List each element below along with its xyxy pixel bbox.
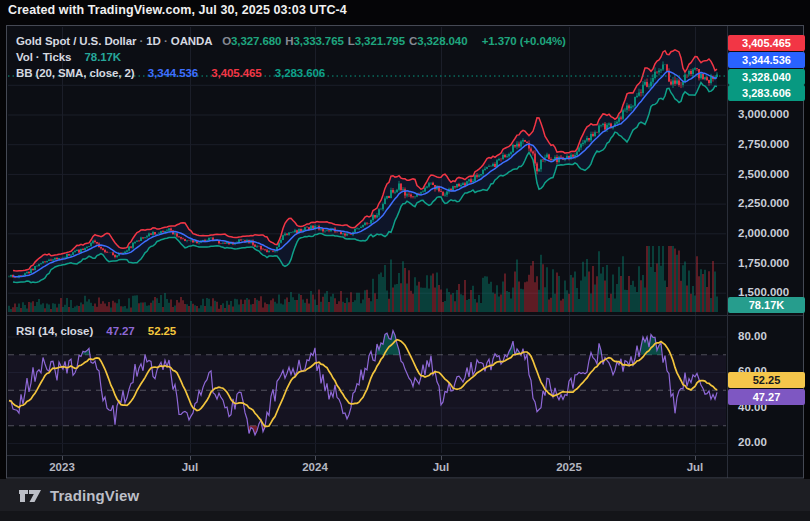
price-axis-label: 3,000.000 — [738, 108, 789, 120]
ohlc-value: 3,328.040 — [417, 35, 467, 47]
ohlc-values: O3,327.680H3,333.765L3,321.795C3,328.040 — [222, 35, 471, 47]
ohlc-key: H — [285, 35, 293, 47]
price-axis-badge: 78.17K — [728, 297, 805, 313]
time-axis-label: Jul — [433, 461, 450, 473]
rsi-value: 47.27 — [106, 325, 134, 337]
volume-legend-row[interactable]: Vol · Ticks 78.17K — [16, 49, 566, 65]
symbol-legend-row[interactable]: Gold Spot / U.S. Dollar · 1D · OANDA O3,… — [16, 33, 566, 49]
time-axis-label: 2024 — [302, 461, 328, 473]
price-axis-label: 80.00 — [738, 330, 767, 342]
price-axis-badge: 3,328.040 — [728, 69, 805, 85]
time-axis-label: Jul — [687, 461, 704, 473]
price-axis-label: 2,500.000 — [738, 168, 789, 180]
price-axis-label: 2,000.000 — [738, 227, 789, 239]
tradingview-brand[interactable]: TradingView — [50, 487, 139, 504]
price-axis-badge: 3,405.465 — [728, 35, 805, 51]
interval-label[interactable]: 1D — [146, 35, 161, 47]
time-axis[interactable]: 2023Jul2024Jul2025Jul — [0, 455, 810, 479]
price-axis-label: 2,250.000 — [738, 197, 789, 209]
price-axis-badge: 52.25 — [728, 372, 805, 388]
volume-value: 78.17K — [85, 51, 121, 63]
price-axis-badge: 47.27 — [728, 389, 805, 405]
bb-basis-value: 3,344.536 — [148, 67, 198, 79]
ohlc-value: 3,327.680 — [231, 35, 281, 47]
price-axis[interactable]: 3,000.0002,750.0002,500.0002,250.0002,00… — [727, 25, 810, 455]
main-legend: Gold Spot / U.S. Dollar · 1D · OANDA O3,… — [16, 33, 566, 81]
bb-legend-row[interactable]: BB (20, SMA, close, 2) 3,344.536 3,405.4… — [16, 65, 566, 81]
tradingview-logo-icon[interactable] — [17, 486, 43, 504]
rsi-legend[interactable]: RSI (14, close) 47.27 52.25 — [16, 323, 176, 339]
bb-label: BB (20, SMA, close, 2) — [16, 67, 135, 79]
price-axis-label: 2,750.000 — [738, 138, 789, 150]
exchange-label: OANDA — [171, 35, 212, 47]
time-axis-label: 2023 — [49, 461, 75, 473]
rsi-ma-value: 52.25 — [148, 325, 176, 337]
price-axis-label: 20.00 — [738, 436, 767, 448]
change-value: +1.370 (+0.04%) — [482, 35, 566, 47]
bottom-strip — [0, 511, 810, 521]
time-axis-label: 2025 — [556, 461, 582, 473]
footer-bar: TradingView — [0, 479, 810, 511]
ohlc-value: 3,333.765 — [294, 35, 344, 47]
price-axis-label: 1,750.000 — [738, 257, 789, 269]
bb-upper-value: 3,405.465 — [211, 67, 261, 79]
ohlc-key: C — [409, 35, 417, 47]
ohlc-key: O — [222, 35, 231, 47]
attribution-bar: Created with TradingView.com, Jul 30, 20… — [8, 3, 347, 17]
price-axis-badge: 3,344.536 — [728, 52, 805, 68]
rsi-label: RSI (14, close) — [16, 325, 93, 337]
price-axis-badge: 3,283.606 — [728, 85, 805, 101]
symbol-title: Gold Spot / U.S. Dollar — [16, 35, 136, 47]
bb-lower-value: 3,283.606 — [275, 67, 325, 79]
time-axis-label: Jul — [182, 461, 199, 473]
ohlc-value: 3,321.795 — [355, 35, 405, 47]
volume-label: Vol · Ticks — [16, 51, 71, 63]
ohlc-key: L — [348, 35, 355, 47]
